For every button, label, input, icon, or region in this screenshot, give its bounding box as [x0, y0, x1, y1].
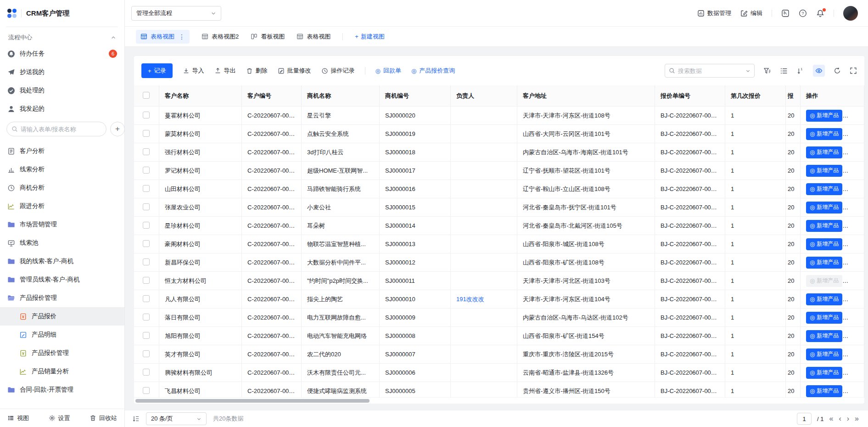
- sidebar-item-menu[interactable]: 产品销量分析: [0, 362, 124, 381]
- owner-link[interactable]: 191改改改: [456, 296, 484, 303]
- add-product-button[interactable]: ◎新增产品: [806, 165, 842, 177]
- column-header[interactable]: 客户名称: [159, 85, 242, 107]
- tab-table-view-2[interactable]: 表格视图2: [202, 33, 239, 41]
- row-checkbox[interactable]: [143, 350, 150, 357]
- add-product-button[interactable]: ◎新增产品: [806, 330, 842, 342]
- translate-icon[interactable]: A: [781, 9, 790, 17]
- sidebar-item-menu[interactable]: 商机分析: [0, 179, 124, 197]
- sidebar-section-flow-center[interactable]: 流程中心: [0, 27, 124, 45]
- last-page-button[interactable]: »: [855, 415, 859, 422]
- sidebar-item-menu[interactable]: 市场营销管理: [0, 215, 124, 234]
- sidebar-item-menu[interactable]: ¥产品报价管理: [0, 344, 124, 362]
- row-checkbox[interactable]: [143, 387, 150, 394]
- row-density-icon[interactable]: [132, 415, 140, 422]
- sidebar-item-todo-tasks[interactable]: 待办任务 6: [0, 45, 124, 63]
- row-checkbox[interactable]: [143, 369, 150, 376]
- column-header[interactable]: 负责人: [451, 85, 517, 107]
- column-header[interactable]: 商机名称: [302, 85, 380, 107]
- add-product-button[interactable]: ◎新增产品: [806, 275, 842, 287]
- row-checkbox[interactable]: [143, 258, 150, 265]
- sidebar-item-cc-me[interactable]: 抄送我的: [0, 63, 124, 81]
- sidebar-item-menu[interactable]: 我的线索-客户-商机: [0, 252, 124, 270]
- add-product-button[interactable]: ◎新增产品: [806, 146, 842, 158]
- add-product-button[interactable]: ◎新增产品: [806, 238, 842, 250]
- sort-icon[interactable]: 1: [796, 67, 804, 75]
- delete-button[interactable]: 删除: [246, 67, 268, 75]
- row-checkbox[interactable]: [143, 167, 150, 174]
- add-product-button[interactable]: ◎新增产品: [806, 183, 842, 195]
- column-header[interactable]: 第几次报价: [725, 85, 786, 107]
- sidebar-item-handled-by-me[interactable]: 我处理的: [0, 81, 124, 100]
- next-page-button[interactable]: ›: [847, 415, 849, 422]
- add-product-button[interactable]: ◎新增产品: [806, 257, 842, 269]
- add-product-button[interactable]: ◎新增产品: [806, 348, 842, 360]
- data-search-input[interactable]: [678, 67, 743, 74]
- tab-table-view-3[interactable]: 表格视图: [297, 33, 330, 41]
- batch-edit-button[interactable]: 批量修改: [278, 67, 311, 75]
- sidebar-item-menu[interactable]: 合同-回款-开票管理: [0, 381, 124, 399]
- sidebar-item-active[interactable]: ¥产品报价: [0, 307, 124, 326]
- column-header[interactable]: 客户地址: [517, 85, 655, 107]
- payment-order-button[interactable]: ◎ 回款单: [375, 67, 401, 75]
- column-header[interactable]: 商机编号: [380, 85, 451, 107]
- import-button[interactable]: 导入: [183, 67, 204, 75]
- column-header[interactable]: 报价单编号: [655, 85, 725, 107]
- sidebar-item-menu[interactable]: 线索池: [0, 234, 124, 252]
- add-product-button[interactable]: ◎新增产品: [806, 202, 842, 214]
- add-form-button[interactable]: +: [110, 122, 125, 136]
- tab-kanban-view[interactable]: 看板视图: [251, 33, 285, 41]
- add-product-button[interactable]: ◎新增产品: [806, 220, 842, 232]
- product-quote-query-button[interactable]: ◎ 产品报价查询: [411, 67, 455, 75]
- form-search-input[interactable]: [21, 126, 101, 133]
- row-checkbox[interactable]: [143, 112, 150, 118]
- help-icon[interactable]: ?: [799, 9, 807, 17]
- add-product-button[interactable]: ◎新增产品: [806, 367, 842, 379]
- filter-icon[interactable]: [763, 67, 771, 75]
- page-size-select[interactable]: 20 条/页: [146, 412, 207, 425]
- notification-bell-icon[interactable]: [816, 9, 824, 17]
- add-product-button[interactable]: ◎新增产品: [806, 312, 842, 324]
- form-search-box[interactable]: [6, 122, 106, 136]
- add-product-button[interactable]: ◎新增产品: [806, 385, 842, 397]
- sidebar-item-menu[interactable]: 跟进分析: [0, 197, 124, 215]
- current-page-input[interactable]: 1: [797, 413, 812, 425]
- sidebar-item-menu[interactable]: 客户分析: [0, 142, 124, 160]
- user-avatar[interactable]: [843, 6, 858, 21]
- tab-menu-dots-icon[interactable]: ⋮: [179, 33, 185, 40]
- sidebar-item-initiated-by-me[interactable]: 我发起的: [0, 100, 124, 118]
- operation-log-button[interactable]: 操作记录: [321, 67, 355, 75]
- add-product-button[interactable]: ◎新增产品: [806, 128, 842, 140]
- sidebar-item-menu[interactable]: 管理员线索-客户-商机: [0, 270, 124, 289]
- row-checkbox[interactable]: [143, 295, 150, 302]
- prev-page-button[interactable]: ‹: [839, 415, 841, 422]
- row-checkbox[interactable]: [143, 240, 150, 247]
- row-checkbox[interactable]: [143, 185, 150, 192]
- fullscreen-icon[interactable]: [850, 67, 857, 74]
- row-checkbox[interactable]: [143, 332, 150, 339]
- refresh-icon[interactable]: [834, 67, 841, 74]
- data-management-button[interactable]: 数据管理: [697, 9, 731, 17]
- select-all-checkbox[interactable]: [143, 92, 150, 99]
- new-record-button[interactable]: + 记录: [141, 63, 173, 78]
- new-view-button[interactable]: + 新建视图: [355, 33, 385, 41]
- footer-settings-button[interactable]: 设置: [49, 414, 70, 422]
- visibility-eye-icon[interactable]: [813, 65, 825, 77]
- edit-button[interactable]: 编辑: [740, 9, 762, 17]
- footer-views-button[interactable]: 视图: [7, 414, 29, 422]
- tab-table-view-1[interactable]: 表格视图 ⋮: [136, 30, 190, 44]
- first-page-button[interactable]: «: [829, 415, 834, 422]
- sidebar-item-menu[interactable]: 产品明细: [0, 326, 124, 344]
- footer-recycle-bin-button[interactable]: 回收站: [90, 414, 117, 422]
- add-product-button[interactable]: ◎新增产品: [806, 110, 842, 122]
- column-header[interactable]: 客户编号: [242, 85, 302, 107]
- list-icon[interactable]: [780, 67, 788, 75]
- row-checkbox[interactable]: [143, 148, 150, 155]
- scrollbar-thumb[interactable]: [135, 399, 370, 403]
- row-checkbox[interactable]: [143, 222, 150, 229]
- sidebar-item-menu[interactable]: 产品报价管理: [0, 289, 124, 307]
- row-checkbox[interactable]: [143, 314, 150, 320]
- row-checkbox[interactable]: [143, 130, 150, 137]
- row-checkbox[interactable]: [143, 277, 150, 284]
- sidebar-item-menu[interactable]: 线索分析: [0, 160, 124, 179]
- flow-select[interactable]: 管理全部流程: [131, 6, 221, 21]
